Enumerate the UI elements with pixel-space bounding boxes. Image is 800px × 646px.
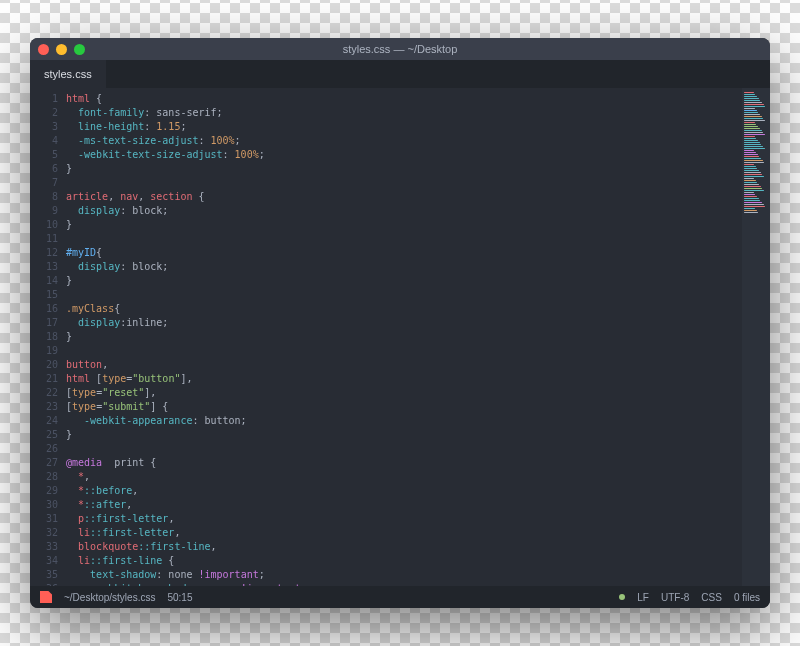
status-language[interactable]: CSS (701, 592, 722, 603)
line-number: 10 (30, 218, 58, 232)
minimap-line (744, 162, 764, 163)
minimap-line (744, 134, 765, 135)
status-encoding[interactable]: UTF-8 (661, 592, 689, 603)
code-content[interactable]: html { font-family: sans-serif; line-hei… (66, 88, 742, 586)
code-line[interactable]: html { (66, 92, 742, 106)
line-number: 7 (30, 176, 58, 190)
minimap-line (744, 150, 754, 151)
code-line[interactable]: html [type="button"], (66, 372, 742, 386)
code-line[interactable]: -webkit-appearance: button; (66, 414, 742, 428)
line-number: 31 (30, 512, 58, 526)
minimap-line (744, 170, 759, 171)
minimap-line (744, 202, 762, 203)
code-line[interactable]: } (66, 330, 742, 344)
code-line[interactable]: article, nav, section { (66, 190, 742, 204)
code-line[interactable]: .myClass{ (66, 302, 742, 316)
code-line[interactable]: font-family: sans-serif; (66, 106, 742, 120)
code-line[interactable]: #myID{ (66, 246, 742, 260)
minimap-line (744, 154, 758, 155)
status-files[interactable]: 0 files (734, 592, 760, 603)
code-line[interactable]: [type="reset"], (66, 386, 742, 400)
minimap-line (744, 168, 757, 169)
minimap-line (744, 200, 760, 201)
minimize-icon[interactable] (56, 44, 67, 55)
code-line[interactable] (66, 442, 742, 456)
tab-bar[interactable]: styles.css (30, 60, 770, 88)
code-line[interactable]: } (66, 162, 742, 176)
code-line[interactable]: [type="submit"] { (66, 400, 742, 414)
code-line[interactable]: *, (66, 470, 742, 484)
minimap-line (744, 140, 758, 141)
minimap-line (744, 98, 759, 99)
minimap-line (744, 190, 764, 191)
line-number: 25 (30, 428, 58, 442)
line-number: 11 (30, 232, 58, 246)
line-number: 1 (30, 92, 58, 106)
minimap-line (744, 146, 763, 147)
code-line[interactable]: display: block; (66, 204, 742, 218)
minimap-line (744, 166, 756, 167)
code-line[interactable]: display:inline; (66, 316, 742, 330)
line-number: 35 (30, 568, 58, 582)
code-line[interactable]: } (66, 218, 742, 232)
code-line[interactable]: *::before, (66, 484, 742, 498)
status-dot-icon (619, 594, 625, 600)
tab-styles-css[interactable]: styles.css (30, 60, 106, 88)
code-line[interactable] (66, 176, 742, 190)
line-number: 2 (30, 106, 58, 120)
code-line[interactable]: } (66, 274, 742, 288)
code-line[interactable]: -webkit-text-size-adjust: 100%; (66, 148, 742, 162)
minimap-line (744, 96, 757, 97)
minimap-line (744, 212, 758, 213)
minimap-line (744, 130, 762, 131)
minimap-line (744, 122, 755, 123)
code-line[interactable]: text-shadow: none !important; (66, 568, 742, 582)
code-line[interactable] (66, 344, 742, 358)
code-line[interactable]: @media print { (66, 456, 742, 470)
line-number: 13 (30, 260, 58, 274)
minimap-line (744, 156, 759, 157)
code-line[interactable]: p::first-letter, (66, 512, 742, 526)
minimap-line (744, 106, 765, 107)
status-line-ending[interactable]: LF (637, 592, 649, 603)
minimap-line (744, 152, 756, 153)
minimap-line (744, 160, 763, 161)
minimap-line (744, 194, 755, 195)
code-line[interactable]: blockquote::first-line, (66, 540, 742, 554)
minimap-line (744, 180, 756, 181)
titlebar[interactable]: styles.css — ~/Desktop (30, 38, 770, 60)
line-number: 22 (30, 386, 58, 400)
code-line[interactable]: *::after, (66, 498, 742, 512)
code-line[interactable]: display: block; (66, 260, 742, 274)
line-number: 14 (30, 274, 58, 288)
minimap-line (744, 198, 759, 199)
line-number: 30 (30, 498, 58, 512)
status-cursor[interactable]: 50:15 (167, 592, 192, 603)
code-line[interactable]: } (66, 428, 742, 442)
code-line[interactable] (66, 232, 742, 246)
code-line[interactable] (66, 288, 742, 302)
minimap[interactable] (742, 88, 770, 586)
minimap-line (744, 184, 759, 185)
status-path[interactable]: ~/Desktop/styles.css (64, 592, 155, 603)
minimap-line (744, 174, 762, 175)
maximize-icon[interactable] (74, 44, 85, 55)
line-number: 24 (30, 414, 58, 428)
code-line[interactable]: li::first-letter, (66, 526, 742, 540)
minimap-line (744, 196, 757, 197)
minimap-line (744, 114, 760, 115)
code-line[interactable]: -ms-text-size-adjust: 100%; (66, 134, 742, 148)
minimap-line (744, 144, 761, 145)
file-icon (40, 591, 52, 603)
code-line[interactable]: line-height: 1.15; (66, 120, 742, 134)
minimap-line (744, 206, 765, 207)
minimap-line (744, 112, 758, 113)
minimap-line (744, 116, 762, 117)
minimap-line (744, 182, 757, 183)
code-line[interactable]: li::first-line { (66, 554, 742, 568)
minimap-line (744, 210, 757, 211)
close-icon[interactable] (38, 44, 49, 55)
minimap-line (744, 108, 755, 109)
code-line[interactable]: button, (66, 358, 742, 372)
minimap-line (744, 188, 762, 189)
